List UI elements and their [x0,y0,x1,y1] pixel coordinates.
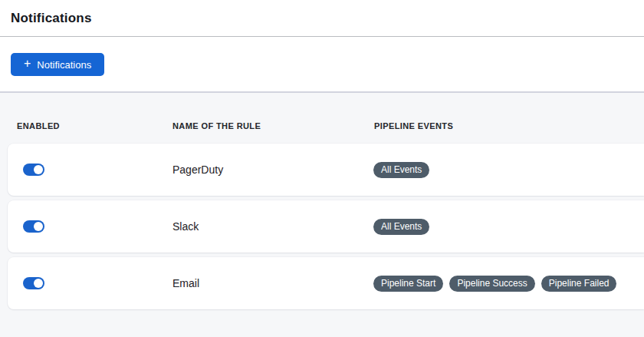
table-row: PagerDuty All Events [8,144,644,196]
table-row: Slack All Events [8,200,644,253]
pipeline-events-cell: All Events [373,162,644,178]
pipeline-events-cell: All Events [373,219,644,235]
add-notifications-button[interactable]: + Notifications [11,53,104,76]
rule-name: Email [172,277,373,289]
enabled-toggle[interactable] [23,277,44,289]
toggle-knob [34,222,43,231]
enabled-toggle[interactable] [23,164,44,176]
event-badge: Pipeline Failed [541,276,617,292]
table-row: Email Pipeline Start Pipeline Success Pi… [8,257,644,309]
toggle-knob [34,279,43,288]
event-badge: All Events [373,219,429,235]
event-badge: Pipeline Start [373,276,443,292]
page-header: Notifications [0,0,644,37]
event-badge: All Events [373,162,429,178]
enabled-cell [23,164,172,176]
event-badge: Pipeline Success [449,276,534,292]
enabled-cell [23,220,172,233]
toolbar: + Notifications [0,37,644,91]
pipeline-events-cell: Pipeline Start Pipeline Success Pipeline… [373,276,644,292]
page-title: Notifications [11,11,92,26]
toggle-knob [34,165,43,174]
enabled-cell [23,277,172,289]
column-header-enabled: ENABLED [17,121,172,131]
column-header-name-of-the-rule: NAME OF THE RULE [172,121,374,131]
enabled-toggle[interactable] [23,220,44,233]
rule-name: PagerDuty [172,164,373,176]
plus-icon: + [24,58,31,70]
notifications-table: ENABLED NAME OF THE RULE PIPELINE EVENTS… [0,91,644,337]
table-header: ENABLED NAME OF THE RULE PIPELINE EVENTS [0,93,644,144]
rule-name: Slack [172,220,373,233]
column-header-pipeline-events: PIPELINE EVENTS [374,121,644,131]
add-notifications-button-label: Notifications [37,59,91,71]
